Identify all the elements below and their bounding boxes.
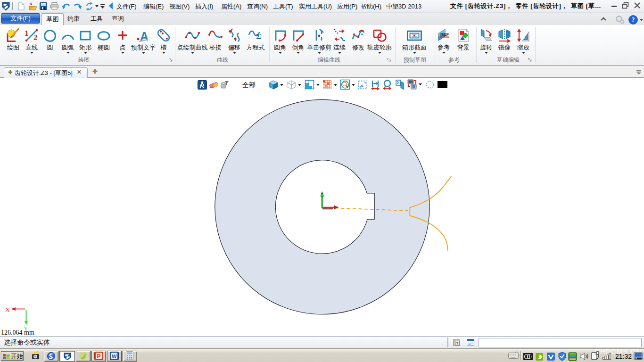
svg-text:2: 2 bbox=[33, 33, 38, 42]
svg-text:REF: REF bbox=[440, 32, 449, 37]
svg-text:T: T bbox=[456, 341, 459, 346]
svg-text:Σ: Σ bbox=[256, 32, 261, 41]
svg-text:W: W bbox=[112, 354, 117, 359]
svg-text:X: X bbox=[5, 306, 10, 313]
svg-text:P: P bbox=[97, 353, 101, 360]
svg-text:1: 1 bbox=[25, 29, 29, 38]
svg-text:126.064 mm: 126.064 mm bbox=[1, 329, 34, 336]
svg-text:?: ? bbox=[632, 16, 635, 24]
